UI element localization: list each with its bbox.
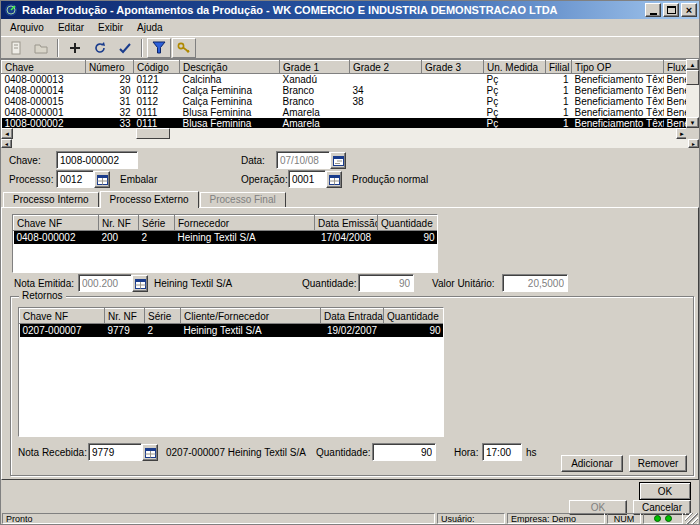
column-header[interactable]: Filial xyxy=(546,61,572,74)
menu-exibir[interactable]: Exibir xyxy=(91,21,130,34)
table-cell[interactable]: 29 xyxy=(86,74,134,86)
column-header[interactable]: Código xyxy=(134,61,180,74)
column-header[interactable]: Nr. NF xyxy=(105,309,145,324)
table-cell[interactable]: 1 xyxy=(546,85,572,96)
table-cell[interactable]: Beneficiamento xyxy=(664,107,688,118)
table-cell[interactable]: Calça Feminina xyxy=(180,85,280,96)
table-cell[interactable]: 19/02/2007 xyxy=(321,324,384,337)
column-header[interactable]: Grade 1 xyxy=(280,61,350,74)
table-cell[interactable]: Blusa Feminina xyxy=(180,107,280,118)
keys-button[interactable] xyxy=(172,38,196,58)
column-header[interactable]: Nr. NF xyxy=(99,216,139,231)
record-navigator-scrollbar[interactable]: ◄ ► xyxy=(1,139,699,148)
nav-left-button[interactable]: ◄ xyxy=(1,139,12,148)
table-cell[interactable]: 38 xyxy=(350,96,422,107)
horizontal-scroll-thumb[interactable] xyxy=(136,128,170,139)
table-cell[interactable]: 0121 xyxy=(134,74,180,86)
table-cell[interactable]: 0207-000007 xyxy=(20,324,105,337)
tab-processo-interno[interactable]: Processo Interno xyxy=(3,192,99,207)
table-row[interactable]: 0408-0000022002Heining Textil S/A17/04/2… xyxy=(14,231,438,244)
table-cell[interactable]: 0112 xyxy=(134,96,180,107)
table-cell[interactable] xyxy=(422,107,484,118)
confirm-button[interactable] xyxy=(113,38,137,58)
table-cell[interactable]: Branco xyxy=(280,96,350,107)
table-cell[interactable]: Beneficiamento xyxy=(664,96,688,107)
column-header[interactable]: Fluxo xyxy=(664,61,688,74)
scroll-up-button[interactable]: ▲ xyxy=(686,59,699,70)
table-cell[interactable]: 31 xyxy=(86,96,134,107)
filter-button[interactable] xyxy=(147,38,171,58)
column-header[interactable]: Quantidade xyxy=(384,309,444,324)
table-cell[interactable] xyxy=(422,85,484,96)
table-cell[interactable]: Pç xyxy=(484,118,546,128)
table-cell[interactable]: Calça Feminina xyxy=(180,96,280,107)
table-cell[interactable]: 0408-000014 xyxy=(2,85,86,96)
table-cell[interactable]: 1008-000002 xyxy=(2,118,86,128)
column-header[interactable]: Cliente/Fornecedor xyxy=(181,309,321,324)
processo-input[interactable] xyxy=(56,170,94,188)
chave-input[interactable] xyxy=(56,151,138,169)
refresh-button[interactable] xyxy=(88,38,112,58)
table-cell[interactable] xyxy=(422,96,484,107)
table-cell[interactable]: 32 xyxy=(86,107,134,118)
table-cell[interactable]: Beneficiamento Têxtil xyxy=(572,96,664,107)
adicionar-button[interactable]: Adicionar xyxy=(561,455,623,472)
column-header[interactable]: Data Entrada xyxy=(321,309,384,324)
table-cell[interactable]: 1 xyxy=(546,107,572,118)
table-cell[interactable]: 30 xyxy=(86,85,134,96)
table-cell[interactable]: Calcinha xyxy=(180,74,280,86)
table-cell[interactable]: 200 xyxy=(99,231,139,244)
operacao-lookup-button[interactable] xyxy=(326,171,342,188)
titlebar[interactable]: Radar Produção - Apontamentos da Produçã… xyxy=(1,1,699,19)
maximize-button[interactable] xyxy=(663,3,679,17)
table-cell[interactable]: Beneficiamento xyxy=(664,74,688,86)
table-cell[interactable]: 0111 xyxy=(134,107,180,118)
table-cell[interactable]: Pç xyxy=(484,74,546,86)
column-header[interactable]: Série xyxy=(139,216,175,231)
add-button[interactable] xyxy=(63,38,87,58)
table-cell[interactable]: 9779 xyxy=(105,324,145,337)
table-cell[interactable]: 0408-000013 xyxy=(2,74,86,86)
operacao-input[interactable] xyxy=(288,170,326,188)
table-cell[interactable]: 0111 xyxy=(134,118,180,128)
menu-arquivo[interactable]: Arquivo xyxy=(3,21,51,34)
table-cell[interactable]: 1 xyxy=(546,96,572,107)
remover-button[interactable]: Remover xyxy=(629,455,687,472)
table-cell[interactable] xyxy=(350,74,422,86)
table-cell[interactable]: Pç xyxy=(484,107,546,118)
ok-confirm-button[interactable]: OK xyxy=(639,482,691,500)
table-cell[interactable]: 1 xyxy=(546,74,572,86)
column-header[interactable]: Chave NF xyxy=(14,216,99,231)
column-header[interactable]: Número xyxy=(86,61,134,74)
table-cell[interactable] xyxy=(350,107,422,118)
column-header[interactable]: Descrição xyxy=(180,61,280,74)
tab-processo-externo[interactable]: Processo Externo xyxy=(100,191,199,208)
column-header[interactable]: Quantidade xyxy=(378,216,438,231)
table-cell[interactable]: 0408-000015 xyxy=(2,96,86,107)
table-cell[interactable]: 2 xyxy=(139,231,175,244)
table-row[interactable]: 0408-000013290121CalcinhaXanadúPç1Benefi… xyxy=(2,74,688,86)
table-cell[interactable]: 2 xyxy=(145,324,181,337)
table-cell[interactable]: Pç xyxy=(484,85,546,96)
column-header[interactable]: Data Emissão xyxy=(315,216,378,231)
table-cell[interactable]: 17/04/2008 xyxy=(315,231,378,244)
column-header[interactable]: Un. Medida xyxy=(484,61,546,74)
table-cell[interactable]: Amarela xyxy=(280,118,350,128)
column-header[interactable]: Fornecedor xyxy=(175,216,315,231)
column-header[interactable]: Chave xyxy=(2,61,86,74)
table-row[interactable]: 0207-00000797792Heining Textil S/A19/02/… xyxy=(20,324,444,337)
table-cell[interactable]: Beneficiamento Têxtil xyxy=(572,107,664,118)
table-cell[interactable]: Branco xyxy=(280,85,350,96)
table-cell[interactable]: Pç xyxy=(484,96,546,107)
minimize-button[interactable] xyxy=(645,3,661,17)
table-cell[interactable]: Blusa Feminina xyxy=(180,118,280,128)
column-header[interactable]: Grade 3 xyxy=(422,61,484,74)
table-cell[interactable]: 90 xyxy=(378,231,438,244)
table-cell[interactable]: 0112 xyxy=(134,85,180,96)
hora-input[interactable] xyxy=(482,443,522,461)
table-cell[interactable]: Heining Textil S/A xyxy=(175,231,315,244)
table-row[interactable]: 1008-000002330111Blusa FemininaAmarelaPç… xyxy=(2,118,688,128)
table-cell[interactable] xyxy=(422,118,484,128)
nav-right-button[interactable]: ► xyxy=(688,139,699,148)
grid-horizontal-scrollbar[interactable]: ◄ ► xyxy=(1,128,688,139)
